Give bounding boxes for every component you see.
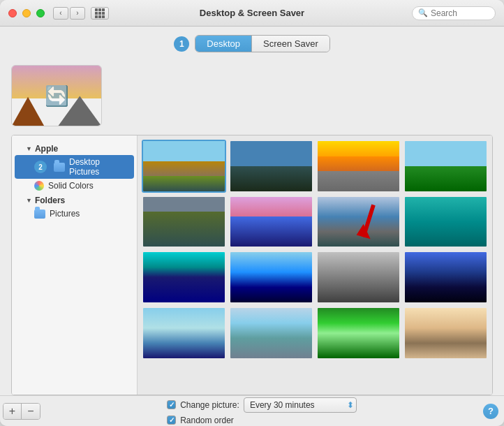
tab-screensaver[interactable]: Screen Saver	[251, 36, 329, 52]
thumbnail-12[interactable]	[403, 251, 488, 304]
minimize-button[interactable]	[22, 9, 31, 17]
change-picture-row: Change picture: Every 5 seconds Every 1 …	[167, 397, 357, 413]
step2-badge: 2	[34, 161, 47, 173]
traffic-lights	[8, 9, 45, 17]
thumb-image-8	[405, 197, 487, 247]
add-remove-buttons: + −	[3, 403, 40, 420]
thumb-image-12	[405, 252, 487, 302]
thumbnail-16[interactable]	[403, 307, 488, 360]
window: ‹ › Desktop & Screen Saver 🔍 1 Desktop S…	[0, 0, 504, 426]
segmented-control: Desktop Screen Saver	[195, 35, 329, 52]
random-order-label: Random order	[180, 416, 234, 425]
sidebar-desktop-pictures-label: Desktop Pictures	[69, 157, 128, 177]
thumbnail-2[interactable]	[229, 140, 313, 193]
sidebar-item-solid-colors[interactable]: Solid Colors	[15, 179, 134, 193]
interval-dropdown[interactable]: Every 5 seconds Every 1 minute Every 5 m…	[244, 397, 357, 413]
thumbnail-14[interactable]	[229, 307, 313, 360]
thumb-image-4	[405, 141, 487, 191]
change-picture-checkbox-label[interactable]: Change picture:	[167, 400, 239, 410]
search-icon: 🔍	[418, 8, 428, 17]
thumb-image-11	[318, 252, 399, 302]
globe-icon	[34, 181, 44, 191]
thumb-image-2	[230, 141, 312, 191]
remove-button[interactable]: −	[22, 404, 40, 419]
nav-buttons: ‹ ›	[53, 7, 85, 20]
sidebar-pictures-label: Pictures	[50, 209, 80, 219]
window-title: Desktop & Screen Saver	[200, 8, 304, 18]
preview-box: 🔄	[11, 65, 102, 126]
tab-desktop[interactable]: Desktop	[195, 36, 251, 52]
triangle-folders-icon: ▼	[26, 197, 32, 204]
thumb-image-13	[143, 308, 225, 358]
sidebar-item-desktop-pictures[interactable]: 2 Desktop Pictures	[15, 155, 134, 179]
random-order-checkbox[interactable]	[167, 416, 176, 425]
thumb-image-5	[143, 197, 225, 247]
thumbnail-9[interactable]	[142, 251, 226, 304]
thumbnail-5[interactable]	[142, 196, 226, 249]
thumbnail-1[interactable]	[142, 140, 226, 193]
preview-refresh-icon: 🔄	[45, 85, 69, 108]
thumb-image-14	[230, 308, 312, 358]
random-order-checkbox-label[interactable]: Random order	[167, 416, 234, 425]
step1-badge: 1	[174, 36, 189, 52]
interval-dropdown-wrapper: Every 5 seconds Every 1 minute Every 5 m…	[244, 397, 357, 413]
thumbnail-11[interactable]	[316, 251, 401, 304]
triangle-icon: ▼	[26, 145, 32, 152]
thumb-image-1	[143, 141, 225, 191]
sidebar-section-apple: ▼ Apple	[12, 141, 137, 155]
forward-button[interactable]: ›	[70, 7, 85, 20]
add-button[interactable]: +	[3, 404, 22, 419]
folders-section-label: Folders	[35, 196, 65, 205]
grid-icon	[95, 8, 105, 18]
random-order-row: Random order	[167, 416, 357, 425]
thumbnail-13[interactable]	[142, 307, 226, 360]
sidebar-solid-colors-label: Solid Colors	[48, 181, 94, 191]
content-area: 🔄 ▼ Apple 2 Desktop Pictures Sol	[0, 59, 504, 395]
thumb-image-9	[143, 252, 225, 302]
main-panel: ▼ Apple 2 Desktop Pictures Solid Colors …	[11, 135, 493, 395]
maximize-button[interactable]	[36, 9, 45, 17]
pictures-folder-icon	[34, 210, 45, 219]
bottom-bar: + − Change picture: Every 5 seconds Ever…	[0, 395, 504, 426]
folder-icon	[54, 163, 65, 172]
thumbnail-6[interactable]	[229, 196, 313, 249]
grid-view-button[interactable]	[91, 7, 109, 20]
search-box[interactable]: 🔍	[412, 6, 496, 20]
thumbnail-8[interactable]	[403, 196, 488, 249]
apple-section-label: Apple	[35, 144, 58, 154]
thumbnail-4[interactable]	[403, 140, 488, 193]
change-picture-checkbox[interactable]	[167, 400, 176, 409]
change-picture-label: Change picture:	[180, 400, 239, 410]
image-grid	[138, 135, 492, 395]
change-picture-area: Change picture: Every 5 seconds Every 1 …	[167, 397, 357, 425]
thumb-image-6	[230, 197, 312, 247]
thumb-image-10	[230, 252, 312, 302]
tab-area: 1 Desktop Screen Saver	[0, 27, 504, 59]
thumb-image-16	[405, 308, 487, 358]
thumbnail-7[interactable]	[316, 196, 401, 249]
titlebar: ‹ › Desktop & Screen Saver 🔍	[0, 0, 504, 27]
thumbnail-3[interactable]	[316, 140, 401, 193]
thumb-image-15	[318, 308, 399, 358]
sidebar-item-pictures[interactable]: Pictures	[15, 207, 134, 221]
sidebar: ▼ Apple 2 Desktop Pictures Solid Colors …	[12, 135, 138, 395]
preview-area: 🔄	[11, 59, 493, 135]
thumb-image-3	[318, 141, 399, 191]
back-button[interactable]: ‹	[53, 7, 68, 20]
thumbnail-10[interactable]	[229, 251, 313, 304]
thumb-image-7	[318, 197, 399, 247]
sidebar-section-folders: ▼ Folders	[12, 193, 137, 207]
help-button[interactable]: ?	[483, 404, 498, 419]
thumbnail-15[interactable]	[316, 307, 401, 360]
preview-art: 🔄	[12, 66, 101, 126]
search-input[interactable]	[431, 8, 489, 18]
close-button[interactable]	[8, 9, 17, 17]
